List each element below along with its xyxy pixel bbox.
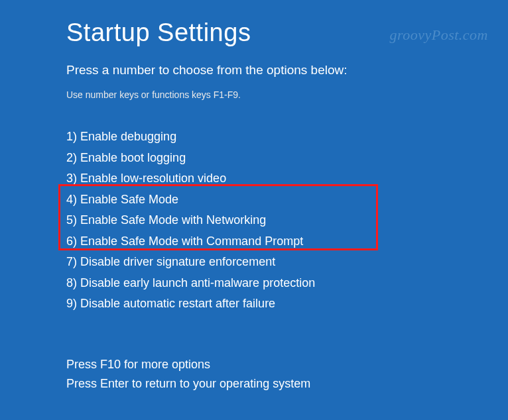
- page-title: Startup Settings: [66, 19, 442, 47]
- footer: Press F10 for more options Press Enter t…: [66, 355, 310, 394]
- option-1-debugging[interactable]: 1) Enable debugging: [66, 127, 442, 148]
- option-8-disable-antimalware[interactable]: 8) Disable early launch anti-malware pro…: [66, 273, 442, 294]
- option-3-low-res-video[interactable]: 3) Enable low-resolution video: [66, 168, 442, 189]
- option-6-safe-mode-cmd[interactable]: 6) Enable Safe Mode with Command Prompt: [66, 231, 442, 252]
- watermark: groovyPost.com: [389, 26, 488, 44]
- option-2-boot-logging[interactable]: 2) Enable boot logging: [66, 148, 442, 169]
- footer-more-options: Press F10 for more options: [66, 355, 310, 374]
- option-9-disable-auto-restart[interactable]: 9) Disable automatic restart after failu…: [66, 293, 442, 315]
- instruction-subtitle: Press a number to choose from the option…: [66, 63, 442, 78]
- key-hint: Use number keys or functions keys F1-F9.: [66, 89, 442, 100]
- options-list: 1) Enable debugging 2) Enable boot loggi…: [66, 127, 442, 315]
- option-5-safe-mode-networking[interactable]: 5) Enable Safe Mode with Networking: [66, 210, 442, 231]
- option-7-disable-driver-sig[interactable]: 7) Disable driver signature enforcement: [66, 252, 442, 273]
- footer-return: Press Enter to return to your operating …: [66, 374, 310, 394]
- option-4-safe-mode[interactable]: 4) Enable Safe Mode: [66, 189, 442, 211]
